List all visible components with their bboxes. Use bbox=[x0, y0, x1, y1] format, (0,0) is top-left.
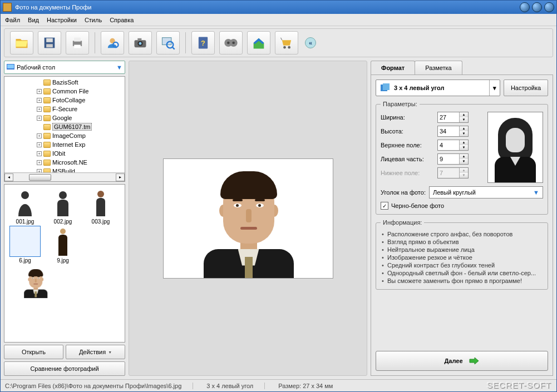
tree-item-label: Microsoft.NE bbox=[52, 159, 87, 166]
top-spinner[interactable]: ▲▼ bbox=[437, 140, 469, 151]
minimize-button[interactable] bbox=[520, 2, 530, 12]
thumbnail-label: 9.jpg bbox=[57, 257, 69, 264]
arrow-right-icon bbox=[469, 356, 480, 365]
tree-item[interactable]: BazisSoft bbox=[37, 78, 125, 87]
spin-down[interactable]: ▼ bbox=[460, 117, 468, 122]
expand-icon[interactable]: + bbox=[37, 89, 42, 94]
width-spinner[interactable]: ▲▼ bbox=[437, 112, 469, 123]
video-button[interactable] bbox=[219, 31, 243, 54]
expand-icon[interactable]: + bbox=[37, 142, 42, 147]
svg-point-25 bbox=[21, 191, 29, 199]
thumbnail[interactable]: 6.jpg bbox=[7, 226, 43, 264]
help-button[interactable]: ? bbox=[191, 31, 215, 54]
spin-up[interactable]: ▲ bbox=[460, 112, 468, 117]
scroll-left-button[interactable]: ◂ bbox=[4, 173, 13, 181]
menu-view[interactable]: Вид bbox=[28, 17, 39, 23]
chevron-down-icon: ▼ bbox=[116, 64, 122, 71]
format-icon bbox=[379, 83, 391, 92]
menu-help[interactable]: Справка bbox=[110, 17, 134, 23]
tree-item[interactable]: +ImageComp bbox=[37, 131, 125, 140]
thumbnail[interactable]: 003.jpg bbox=[82, 187, 119, 225]
camera-button[interactable] bbox=[129, 31, 152, 54]
tree-item-label: BazisSoft bbox=[52, 79, 78, 86]
preview-subject bbox=[490, 116, 540, 182]
bw-checkbox[interactable]: ✓ bbox=[381, 202, 388, 210]
chevron-down-icon: ▼ bbox=[533, 189, 539, 196]
svg-point-10 bbox=[139, 42, 142, 45]
tree-item[interactable]: GUM6107.tm bbox=[37, 122, 125, 131]
folder-tree[interactable]: BazisSoft+Common File+FotoCollage+F-Secu… bbox=[4, 76, 125, 182]
configure-button[interactable]: Настройка bbox=[504, 80, 548, 96]
expand-icon[interactable]: + bbox=[37, 151, 42, 156]
info-item: Вы сможете заменить фон прямо в программ… bbox=[381, 277, 543, 285]
tree-item[interactable]: +Microsoft.NE bbox=[37, 158, 125, 167]
tree-item[interactable]: +Common File bbox=[37, 87, 125, 96]
thumbnail[interactable]: 001.jpg bbox=[7, 187, 43, 225]
face-detect-button[interactable] bbox=[101, 31, 124, 54]
folder-icon bbox=[43, 124, 51, 130]
info-group: Информация: Расположение строго анфас, б… bbox=[376, 219, 548, 290]
tree-item[interactable]: +Internet Exp bbox=[37, 140, 125, 149]
folder-icon bbox=[43, 88, 51, 95]
height-spinner[interactable]: ▲▼ bbox=[437, 126, 469, 137]
menu-settings[interactable]: Настройки bbox=[47, 17, 77, 23]
thumbnail-grid: 001.jpg002.jpg003.jpg6.jpg9.jpg bbox=[4, 184, 125, 343]
location-dropdown[interactable]: Рабочий стол ▼ bbox=[4, 61, 125, 74]
expand-icon[interactable]: + bbox=[37, 98, 42, 103]
close-button[interactable] bbox=[544, 2, 554, 12]
menu-style[interactable]: Стиль bbox=[85, 17, 102, 23]
bw-label[interactable]: Черно-белое фото bbox=[391, 202, 444, 209]
window-title: Фото на документы Профи bbox=[15, 4, 520, 11]
open-button[interactable]: Открыть bbox=[4, 345, 63, 359]
toolbar: ? « bbox=[4, 28, 553, 57]
scroll-thumb[interactable] bbox=[29, 174, 51, 181]
photo-canvas[interactable] bbox=[163, 158, 333, 279]
tab-layout[interactable]: Разметка bbox=[415, 61, 462, 75]
corner-dropdown[interactable]: Левый круглый ▼ bbox=[429, 186, 543, 199]
tab-format[interactable]: Формат bbox=[371, 61, 415, 75]
print-button[interactable] bbox=[66, 31, 89, 54]
menu-file[interactable]: Файл bbox=[5, 17, 20, 23]
tree-item[interactable]: +Google bbox=[37, 113, 125, 122]
thumbnail-label: 003.jpg bbox=[92, 219, 110, 225]
maximize-button[interactable] bbox=[532, 2, 542, 12]
top-margin-label: Верхнее поле: bbox=[381, 142, 437, 148]
tree-item[interactable]: +FotoCollage bbox=[37, 96, 125, 105]
actions-button[interactable]: Действия▼ bbox=[66, 345, 125, 359]
compare-button[interactable]: Сравнение фотографий bbox=[4, 361, 125, 376]
parameters-title: Параметры: bbox=[381, 101, 420, 107]
folder-icon bbox=[43, 106, 51, 112]
next-button[interactable]: Далее bbox=[376, 351, 548, 371]
thumbnail[interactable]: 9.jpg bbox=[45, 226, 81, 264]
folder-icon bbox=[43, 160, 51, 166]
status-format: 3 x 4 левый угол bbox=[206, 383, 265, 389]
tree-item-label: Common File bbox=[52, 88, 88, 95]
face-spinner[interactable]: ▲▼ bbox=[437, 153, 469, 165]
tree-item-label: F-Secure bbox=[52, 106, 77, 112]
expand-icon[interactable]: + bbox=[37, 133, 42, 138]
location-label: Рабочий стол bbox=[17, 64, 55, 71]
toolbar-collapse-button[interactable]: « bbox=[305, 37, 316, 48]
scroll-right-button[interactable]: ▸ bbox=[116, 173, 125, 181]
svg-rect-30 bbox=[383, 83, 390, 90]
zoom-button[interactable] bbox=[156, 31, 180, 54]
cart-button[interactable] bbox=[275, 31, 298, 54]
expand-icon[interactable]: + bbox=[37, 160, 42, 165]
expand-icon[interactable]: + bbox=[37, 116, 42, 121]
expand-icon[interactable]: + bbox=[37, 107, 42, 112]
tree-item[interactable]: +F-Secure bbox=[37, 105, 125, 113]
info-item: Изображение резкое и чёткое bbox=[381, 254, 543, 261]
svg-point-20 bbox=[232, 42, 235, 44]
svg-rect-2 bbox=[46, 44, 53, 47]
info-item: Взгляд прямо в объектив bbox=[381, 238, 543, 246]
home-button[interactable] bbox=[247, 31, 270, 54]
bottom-margin-label: Нижнее поле: bbox=[381, 170, 437, 176]
svg-rect-5 bbox=[74, 45, 81, 48]
svg-point-19 bbox=[227, 42, 230, 44]
format-dropdown[interactable]: 3 x 4 левый угол ▾ bbox=[376, 80, 500, 96]
thumbnail[interactable]: 002.jpg bbox=[45, 187, 81, 225]
tree-scrollbar[interactable]: ◂ ▸ bbox=[4, 172, 125, 181]
tree-item[interactable]: +IObit bbox=[37, 149, 125, 158]
open-file-button[interactable] bbox=[10, 31, 33, 54]
save-button[interactable] bbox=[38, 31, 61, 54]
